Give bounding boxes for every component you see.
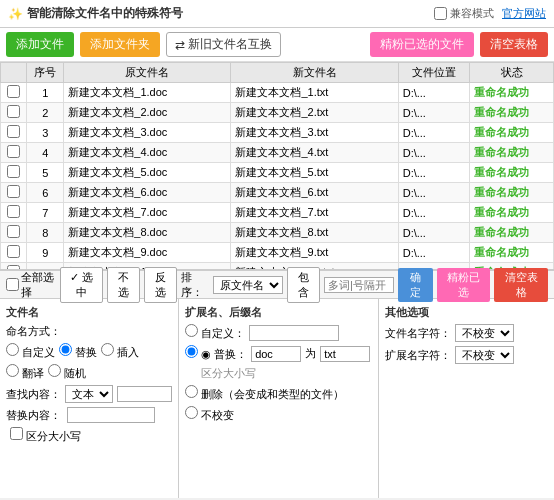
replace-input[interactable] xyxy=(67,407,155,423)
row-seq: 4 xyxy=(27,143,64,163)
naming-method-row: 命名方式： xyxy=(6,324,172,339)
compat-mode-label[interactable]: 兼容模式 xyxy=(434,6,494,21)
naming-method-label: 命名方式： xyxy=(6,324,61,339)
table-row: 3 新建文本文档_3.doc 新建文本文档_3.txt D:\... 重命名成功 xyxy=(1,123,554,143)
ext-char-label: 扩展名字符： xyxy=(385,348,451,363)
panel-extension: 扩展名、后缀名 自定义： ◉ 普换： 为 区分大小写 删除（会变成和类型的文件） xyxy=(179,299,379,498)
row-checkbox-cell[interactable] xyxy=(1,163,27,183)
row-seq: 5 xyxy=(27,163,64,183)
invert-button[interactable]: 反选 xyxy=(144,267,177,303)
table-row: 9 新建文本文档_9.doc 新建文本文档_9.txt D:\... 重命名成功 xyxy=(1,243,554,263)
row-status: 重命名成功 xyxy=(470,203,554,223)
table-row: 2 新建文本文档_2.doc 新建文本文档_2.txt D:\... 重命名成功 xyxy=(1,103,554,123)
official-site-link[interactable]: 官方网站 xyxy=(502,6,546,21)
row-path: D:\... xyxy=(398,183,470,203)
row-seq: 3 xyxy=(27,123,64,143)
row-new-name: 新建文本文档_9.txt xyxy=(231,243,398,263)
row-path: D:\... xyxy=(398,243,470,263)
panel-other: 其他选项 文件名字符： 不校变 扩展名字符： 不校变 xyxy=(379,299,554,498)
row-status: 重命名成功 xyxy=(470,223,554,243)
search-row: 查找内容： 文本 xyxy=(6,385,172,403)
row-status: 重命名成功 xyxy=(470,163,554,183)
table-row: 7 新建文本文档_7.doc 新建文本文档_7.txt D:\... 重命名成功 xyxy=(1,203,554,223)
clear-table-button[interactable]: 清空表格 xyxy=(480,32,548,57)
row-checkbox-cell[interactable] xyxy=(1,203,27,223)
search-label: 查找内容： xyxy=(6,387,61,402)
search-type-select[interactable]: 文本 xyxy=(65,385,113,403)
table-row: 1 新建文本文档_1.doc 新建文本文档_1.txt D:\... 重命名成功 xyxy=(1,83,554,103)
app-title: 智能清除文件名中的特殊符号 xyxy=(27,5,183,22)
file-table: 序号 原文件名 新文件名 文件位置 状态 1 新建文本文档_1.doc 新建文本… xyxy=(0,62,554,270)
filename-char-row: 文件名字符： 不校变 xyxy=(385,324,548,342)
row-checkbox-cell[interactable] xyxy=(1,183,27,203)
contain-button[interactable]: 包含 xyxy=(287,267,320,303)
sort-select[interactable]: 原文件名 xyxy=(213,276,283,294)
row-checkbox-cell[interactable] xyxy=(1,223,27,243)
clear-table-small-button[interactable]: 清空表格 xyxy=(494,268,548,302)
filename-char-select[interactable]: 不校变 xyxy=(455,324,514,342)
select-all-label[interactable]: 全部选择 xyxy=(6,270,56,300)
ext-to-input[interactable] xyxy=(320,346,370,362)
th-status: 状态 xyxy=(470,63,554,83)
row-checkbox-cell[interactable] xyxy=(1,83,27,103)
rename-selected-button[interactable]: 精粉已选的文件 xyxy=(370,32,474,57)
select-all-checkbox[interactable] xyxy=(6,278,19,291)
exchange-icon: ⇄ xyxy=(175,38,185,52)
confirm-button[interactable]: 确定 xyxy=(398,268,433,302)
row-seq: 2 xyxy=(27,103,64,123)
row-new-name: 新建文本文档_5.txt xyxy=(231,163,398,183)
add-file-button[interactable]: 添加文件 xyxy=(6,32,74,57)
ext-custom-row: 自定义： xyxy=(185,324,372,341)
row-new-name: 新建文本文档_6.txt xyxy=(231,183,398,203)
compat-mode-checkbox[interactable] xyxy=(434,7,447,20)
panel-extension-title: 扩展名、后缀名 xyxy=(185,305,372,320)
row-path: D:\... xyxy=(398,123,470,143)
table-row: 6 新建文本文档_6.doc 新建文本文档_6.txt D:\... 重命名成功 xyxy=(1,183,554,203)
title-bar-left: ✨ 智能清除文件名中的特殊符号 xyxy=(8,5,183,22)
add-folder-button[interactable]: 添加文件夹 xyxy=(80,32,160,57)
row-new-name: 新建文本文档_3.txt xyxy=(231,123,398,143)
search-input[interactable] xyxy=(117,386,172,402)
exchange-button[interactable]: ⇄ 新旧文件名互换 xyxy=(166,32,281,57)
th-new-name: 新文件名 xyxy=(231,63,398,83)
row-old-name: 新建文本文档_7.doc xyxy=(64,203,231,223)
row-path: D:\... xyxy=(398,83,470,103)
row-old-name: 新建文本文档_9.doc xyxy=(64,243,231,263)
row-path: D:\... xyxy=(398,103,470,123)
row-path: D:\... xyxy=(398,163,470,183)
select-button[interactable]: ✓ 选中 xyxy=(60,267,103,303)
ext-to-label: 为 xyxy=(305,346,316,361)
row-checkbox-cell[interactable] xyxy=(1,143,27,163)
naming-radio-group: 自定义 替换 插入 翻译 随机 xyxy=(6,343,172,381)
row-checkbox-cell[interactable] xyxy=(1,123,27,143)
row-status: 重命名成功 xyxy=(470,83,554,103)
ext-delete-row: 删除（会变成和类型的文件） xyxy=(185,385,372,402)
row-path: D:\... xyxy=(398,203,470,223)
ext-char-row: 扩展名字符： 不校变 xyxy=(385,346,548,364)
row-seq: 8 xyxy=(27,223,64,243)
row-seq: 6 xyxy=(27,183,64,203)
rename-selected-small-button[interactable]: 精粉已选 xyxy=(437,268,491,302)
sort-label: 排序： xyxy=(181,270,209,300)
row-new-name: 新建文本文档_4.txt xyxy=(231,143,398,163)
bottom-selection-bar: 全部选择 ✓ 选中 不选 反选 排序： 原文件名 包含 确定 精粉已选 清空表格 xyxy=(0,270,554,298)
case-sensitive-checkbox[interactable] xyxy=(10,427,23,440)
table-row: 8 新建文本文档_8.doc 新建文本文档_8.txt D:\... 重命名成功 xyxy=(1,223,554,243)
row-status: 重命名成功 xyxy=(470,183,554,203)
panel-filename: 文件名 命名方式： 自定义 替换 插入 翻译 随机 查找内容： 文本 替换内容：… xyxy=(0,299,179,498)
row-new-name: 新建文本文档_1.txt xyxy=(231,83,398,103)
case-row: 区分大小写 xyxy=(6,427,172,444)
ext-from-input[interactable] xyxy=(251,346,301,362)
keyword-input[interactable] xyxy=(324,277,394,293)
ext-char-select[interactable]: 不校变 xyxy=(455,346,514,364)
bottom-panel: 文件名 命名方式： 自定义 替换 插入 翻译 随机 查找内容： 文本 替换内容：… xyxy=(0,298,554,498)
magic-icon: ✨ xyxy=(8,7,23,21)
deselect-button[interactable]: 不选 xyxy=(107,267,140,303)
ext-custom-input[interactable] xyxy=(249,325,339,341)
row-checkbox-cell[interactable] xyxy=(1,243,27,263)
row-checkbox-cell[interactable] xyxy=(1,103,27,123)
replace-row: 替换内容： xyxy=(6,407,172,423)
row-seq: 9 xyxy=(27,243,64,263)
toolbar: 添加文件 添加文件夹 ⇄ 新旧文件名互换 精粉已选的文件 清空表格 xyxy=(0,28,554,62)
ext-replace-row: ◉ 普换： 为 xyxy=(185,345,372,362)
